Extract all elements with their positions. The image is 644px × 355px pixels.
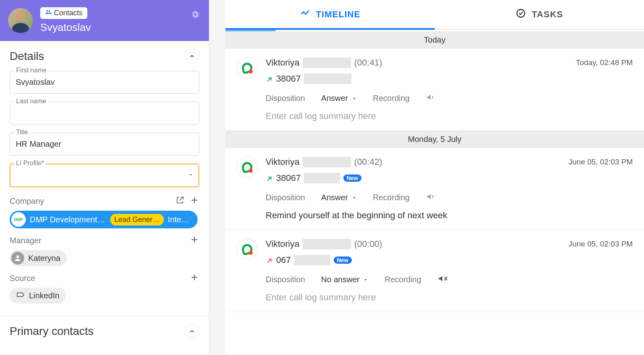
tab-tasks[interactable]: TASKS [435, 0, 644, 29]
call-summary-text[interactable]: Remind yourself at the beginning of next… [266, 210, 633, 221]
caret-down-icon [363, 277, 368, 283]
entry-date: June 05, 02:03 PM [569, 240, 633, 248]
divider [0, 316, 209, 316]
manager-name: Kateryna [28, 254, 60, 263]
timeline-entry: Viktoriya (00:00) June 05, 02:03 PM 067 … [225, 230, 644, 312]
li-profile-input[interactable] [10, 164, 199, 187]
disposition-label: Disposition [266, 275, 305, 284]
source-label: Source [10, 274, 35, 283]
li-profile-field: LI Profile* [10, 164, 199, 187]
entry-phone[interactable]: 067 New [266, 255, 633, 265]
date-separator: Monday, 5 July [225, 131, 644, 148]
entry-meta: Disposition Answer Recording [266, 191, 633, 204]
ringcentral-icon [237, 239, 258, 260]
entry-duration: (00:00) [354, 239, 382, 249]
contact-header: Contacts Svyatoslav [0, 0, 209, 41]
chevron-up-icon[interactable] [185, 324, 199, 339]
new-badge: New [334, 257, 352, 264]
arrow-outgoing-icon [266, 174, 273, 182]
svg-line-10 [268, 78, 271, 82]
last-name-field: Last name [10, 102, 199, 125]
avatar[interactable] [8, 8, 33, 33]
entry-caller: Viktoriya (00:00) [266, 239, 382, 249]
details-title: Details [10, 50, 44, 63]
activity-icon [300, 8, 310, 21]
call-summary-input[interactable]: Enter call log summary here [266, 292, 633, 303]
company-actions [175, 195, 199, 207]
details-scroll: Details First name Last name Title LI Pr… [0, 41, 209, 355]
svg-point-6 [17, 255, 19, 258]
entry-caller: Viktoriya (00:42) [266, 157, 382, 167]
source-value: LinkedIn [29, 291, 60, 300]
source-chip[interactable]: LinkedIn [10, 288, 66, 304]
details-section-head: Details [10, 49, 199, 64]
primary-contacts-title: Primary contacts [10, 325, 94, 338]
last-name-label: Last name [14, 98, 48, 105]
source-row: Source [10, 273, 199, 284]
manager-chip[interactable]: Kateryna [10, 250, 67, 266]
plus-icon[interactable] [190, 235, 199, 246]
entry-duration: (00:42) [354, 157, 382, 167]
svg-point-9 [517, 9, 525, 17]
redacted-phone [304, 74, 351, 84]
new-badge: New [343, 174, 361, 182]
disposition-dropdown[interactable]: Answer [321, 193, 357, 202]
company-chip[interactable]: DMP DMP Development … Lead Gener… Inter… [10, 211, 198, 228]
timeline-entry: Viktoriya (00:41) Today, 02:48 PM 38067 … [225, 49, 644, 131]
caret-down-icon [351, 195, 357, 201]
tab-underline [225, 28, 435, 30]
manager-row: Manager [10, 235, 199, 246]
tab-timeline[interactable]: TIMELINE [225, 0, 435, 29]
plus-icon[interactable] [190, 273, 199, 284]
redacted-name [303, 57, 351, 68]
call-summary-input[interactable]: Enter call log summary here [266, 111, 633, 121]
first-name-input[interactable] [10, 71, 199, 94]
entry-date: June 05, 02:03 PM [569, 158, 633, 166]
ringcentral-icon [237, 157, 258, 178]
first-name-field: First name [10, 71, 199, 94]
gear-icon[interactable] [190, 10, 200, 21]
tab-timeline-label: TIMELINE [316, 9, 361, 20]
speaker-muted-icon[interactable] [438, 273, 448, 286]
arrow-missed-icon [266, 257, 273, 264]
contact-name: Svyatoslav [40, 21, 91, 34]
svg-line-11 [268, 177, 271, 181]
redacted-phone [294, 255, 330, 265]
last-name-input[interactable] [10, 102, 199, 125]
entry-phone-number: 38067 [276, 173, 301, 183]
speaker-icon[interactable] [426, 92, 436, 105]
plus-icon[interactable] [190, 195, 199, 207]
ringcentral-icon [237, 57, 258, 78]
entry-phone[interactable]: 38067 New [266, 173, 633, 183]
redacted-phone [304, 173, 340, 183]
company-label: Company [10, 197, 44, 206]
primary-contacts-head: Primary contacts [10, 324, 199, 339]
redacted-name [303, 157, 351, 167]
date-separator: Today [225, 31, 644, 49]
person-icon [11, 252, 24, 265]
first-name-label: First name [14, 67, 48, 74]
disposition-dropdown[interactable]: Answer [321, 94, 357, 103]
company-name: DMP Development … [30, 215, 106, 224]
redacted-name [303, 239, 351, 249]
caret-down-icon [351, 96, 357, 101]
tabs: TIMELINE TASKS [225, 0, 644, 30]
chevron-up-icon[interactable] [185, 49, 199, 64]
recording-label: Recording [373, 94, 410, 103]
entry-phone[interactable]: 38067 [266, 74, 633, 84]
svg-point-1 [49, 10, 50, 12]
speaker-icon[interactable] [426, 191, 436, 204]
open-external-icon[interactable] [175, 195, 185, 207]
contacts-label: Contacts [54, 9, 83, 17]
company-logo: DMP [11, 212, 26, 227]
contacts-chip[interactable]: Contacts [40, 7, 87, 19]
title-input[interactable] [10, 133, 199, 156]
company-tag: Lead Gener… [110, 214, 164, 226]
entry-duration: (00:41) [354, 57, 382, 68]
company-row: Company [10, 195, 199, 207]
entry-meta: Disposition No answer Recording [266, 273, 633, 286]
recording-label: Recording [373, 193, 410, 202]
arrow-outgoing-icon [266, 75, 273, 82]
disposition-dropdown[interactable]: No answer [321, 275, 369, 284]
header-text: Contacts Svyatoslav [40, 7, 91, 34]
